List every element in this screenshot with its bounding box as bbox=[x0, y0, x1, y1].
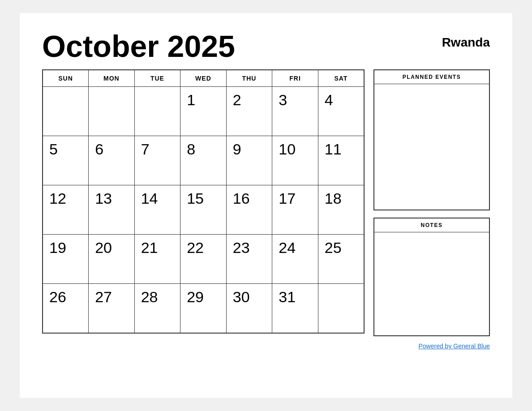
day-cell-3: 3 bbox=[272, 87, 318, 136]
empty-cell bbox=[43, 87, 89, 136]
calendar-week-row: 567891011 bbox=[43, 136, 364, 185]
calendar-page: October 2025 Rwanda SUN MON TUE WED THU … bbox=[20, 13, 512, 398]
footer: Powered by General Blue bbox=[42, 342, 490, 350]
day-header-sat: SAT bbox=[318, 70, 364, 87]
day-cell-31: 31 bbox=[272, 284, 318, 333]
day-cell-2: 2 bbox=[226, 87, 272, 136]
day-cell-18: 18 bbox=[318, 185, 364, 235]
day-cell-27: 27 bbox=[89, 284, 135, 333]
day-cell-16: 16 bbox=[226, 185, 272, 235]
day-cell-28: 28 bbox=[134, 284, 180, 333]
day-cell-6: 6 bbox=[89, 136, 135, 185]
day-cell-24: 24 bbox=[272, 235, 318, 284]
day-header-thu: THU bbox=[226, 70, 272, 87]
day-cell-9: 9 bbox=[226, 136, 272, 185]
days-header-row: SUN MON TUE WED THU FRI SAT bbox=[43, 70, 364, 87]
day-cell-14: 14 bbox=[134, 185, 180, 235]
calendar-week-row: 19202122232425 bbox=[43, 235, 364, 284]
notes-label: NOTES bbox=[374, 218, 489, 232]
calendar-week-row: 1234 bbox=[43, 87, 364, 136]
calendar-body: 1234567891011121314151617181920212223242… bbox=[43, 87, 364, 333]
day-header-mon: MON bbox=[89, 70, 135, 87]
month-title: October 2025 bbox=[42, 31, 235, 61]
sidebar: PLANNED EVENTS NOTES bbox=[373, 69, 490, 336]
main-area: SUN MON TUE WED THU FRI SAT 123456789101… bbox=[42, 69, 490, 336]
notes-body bbox=[374, 232, 489, 335]
day-cell-20: 20 bbox=[89, 235, 135, 284]
calendar-table: SUN MON TUE WED THU FRI SAT 123456789101… bbox=[42, 69, 365, 334]
day-cell-12: 12 bbox=[43, 185, 89, 235]
day-cell-25: 25 bbox=[318, 235, 364, 284]
powered-by-link[interactable]: Powered by General Blue bbox=[418, 342, 490, 350]
day-cell-15: 15 bbox=[180, 185, 227, 235]
day-cell-5: 5 bbox=[43, 136, 89, 185]
planned-events-label: PLANNED EVENTS bbox=[374, 70, 489, 84]
day-header-tue: TUE bbox=[134, 70, 180, 87]
day-cell-8: 8 bbox=[180, 136, 227, 185]
day-header-fri: FRI bbox=[272, 70, 318, 87]
day-cell-19: 19 bbox=[43, 235, 89, 284]
country-title: Rwanda bbox=[442, 35, 490, 50]
day-cell-1: 1 bbox=[180, 87, 227, 136]
notes-box: NOTES bbox=[373, 218, 490, 336]
calendar-section: SUN MON TUE WED THU FRI SAT 123456789101… bbox=[42, 69, 365, 334]
day-cell-23: 23 bbox=[226, 235, 272, 284]
day-cell-13: 13 bbox=[89, 185, 135, 235]
day-cell-21: 21 bbox=[134, 235, 180, 284]
empty-cell bbox=[318, 284, 364, 333]
day-cell-10: 10 bbox=[272, 136, 318, 185]
day-cell-26: 26 bbox=[43, 284, 89, 333]
day-cell-11: 11 bbox=[318, 136, 364, 185]
page-header: October 2025 Rwanda bbox=[42, 31, 490, 61]
empty-cell bbox=[134, 87, 180, 136]
day-cell-17: 17 bbox=[272, 185, 318, 235]
planned-events-box: PLANNED EVENTS bbox=[373, 69, 490, 210]
day-header-sun: SUN bbox=[43, 70, 89, 87]
day-cell-29: 29 bbox=[180, 284, 227, 333]
day-cell-7: 7 bbox=[134, 136, 180, 185]
day-cell-4: 4 bbox=[318, 87, 364, 136]
day-cell-30: 30 bbox=[226, 284, 272, 333]
empty-cell bbox=[89, 87, 135, 136]
calendar-week-row: 262728293031 bbox=[43, 284, 364, 333]
day-cell-22: 22 bbox=[180, 235, 227, 284]
calendar-week-row: 12131415161718 bbox=[43, 185, 364, 235]
day-header-wed: WED bbox=[180, 70, 227, 87]
planned-events-body bbox=[374, 84, 489, 210]
